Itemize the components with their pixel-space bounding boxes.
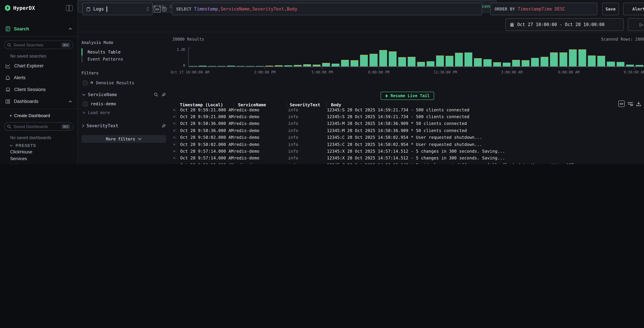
- histogram-bar[interactable]: [560, 48, 567, 66]
- histogram-bar[interactable]: [379, 48, 387, 66]
- download-button[interactable]: [636, 101, 641, 106]
- date-range-picker[interactable]: Oct 27 10:00:00 - Oct 28 10:00:00: [506, 18, 624, 31]
- save-button[interactable]: Save: [602, 3, 619, 15]
- histogram-bar[interactable]: [265, 48, 273, 66]
- facet-search-icon[interactable]: [154, 92, 158, 97]
- row-expand-icon[interactable]: >: [171, 114, 175, 119]
- histogram-bar[interactable]: [607, 48, 615, 66]
- more-filters-button[interactable]: More filters: [82, 135, 166, 143]
- histogram-bar[interactable]: [493, 48, 501, 66]
- histogram-bar[interactable]: [332, 48, 340, 66]
- denoise-checkbox[interactable]: [83, 80, 88, 85]
- histogram-bar[interactable]: [218, 48, 226, 66]
- sidebar-item-chart-explorer[interactable]: Chart Explorer: [0, 61, 78, 70]
- histogram-bar[interactable]: [237, 48, 244, 66]
- histogram-bar[interactable]: [455, 48, 463, 66]
- histogram-bar[interactable]: [275, 48, 282, 66]
- facet-group-servicename[interactable]: ServiceName: [82, 92, 166, 97]
- sidebar-item-alerts[interactable]: Alerts: [0, 73, 78, 82]
- row-expand-icon[interactable]: >: [171, 163, 175, 164]
- histogram-bar[interactable]: [569, 48, 577, 66]
- mode-results-table[interactable]: Results Table: [82, 48, 166, 56]
- pin-icon[interactable]: [162, 123, 166, 128]
- facet-group-severitytext[interactable]: SeverityText: [82, 123, 166, 128]
- histogram-bar[interactable]: [427, 48, 434, 66]
- table-row[interactable]: >Oct 28 9:56:13.000 AMredis-demoinfo1234…: [171, 161, 644, 164]
- code-view-button[interactable]: <>: [154, 6, 160, 13]
- facet-checkbox[interactable]: [83, 101, 88, 106]
- select-query-input[interactable]: SELECT Timestamp,ServiceName,SeverityTex…: [172, 3, 482, 15]
- histogram-bar[interactable]: [417, 48, 425, 66]
- row-expand-icon[interactable]: >: [171, 142, 175, 146]
- histogram-bar[interactable]: [256, 48, 264, 66]
- row-expand-icon[interactable]: >: [171, 121, 175, 126]
- histogram-bar[interactable]: [388, 48, 396, 66]
- histogram-bar[interactable]: [370, 48, 378, 66]
- histogram-bar[interactable]: [436, 48, 444, 66]
- histogram-bar[interactable]: [531, 48, 539, 66]
- alerts-button[interactable]: Alerts: [623, 3, 644, 15]
- histogram-bar[interactable]: [484, 48, 491, 66]
- histogram-bar[interactable]: [199, 48, 206, 66]
- histogram-bar[interactable]: [502, 48, 510, 66]
- denoise-results-option[interactable]: ◐ Denoise Results: [82, 80, 166, 85]
- histogram-bar[interactable]: [446, 48, 453, 66]
- table-row[interactable]: >Oct 28 9:58:36.000 AMredis-demoinfo1234…: [171, 127, 644, 134]
- row-expand-icon[interactable]: >: [171, 156, 175, 160]
- histogram-bar[interactable]: [598, 48, 605, 66]
- table-row[interactable]: >Oct 28 9:58:02.000 AMredis-demoinfo1234…: [171, 134, 644, 141]
- sidebar-item-search[interactable]: Search: [0, 24, 78, 34]
- histogram-bar[interactable]: [522, 48, 529, 66]
- presets-toggle[interactable]: PRESETS: [0, 140, 78, 147]
- saved-searches-input[interactable]: Saved Searches ⌘K: [4, 41, 73, 49]
- column-settings-button[interactable]: <>: [618, 101, 625, 107]
- histogram-bar[interactable]: [465, 48, 472, 66]
- histogram-bar[interactable]: [626, 48, 634, 66]
- order-by-input[interactable]: ORDER BY TimestampTime DESC: [490, 3, 597, 15]
- histogram-bar[interactable]: [588, 48, 596, 66]
- histogram-bar[interactable]: [360, 48, 368, 66]
- create-dashboard-button[interactable]: + Create Dashboard: [0, 110, 78, 118]
- histogram-bar[interactable]: [246, 48, 254, 66]
- histogram-bar[interactable]: [322, 48, 330, 66]
- preset-kubernetes[interactable]: Kubernetes: [0, 161, 78, 164]
- run-query-button[interactable]: ▷: [628, 18, 644, 31]
- table-row[interactable]: >Oct 28 9:59:21.000 AMredis-demoinfo1234…: [171, 106, 644, 113]
- row-expand-icon[interactable]: >: [171, 149, 175, 153]
- row-expand-icon[interactable]: >: [171, 135, 175, 140]
- table-row[interactable]: >Oct 28 9:58:02.000 AMredis-demoinfo1234…: [171, 141, 644, 148]
- histogram-bar[interactable]: [550, 48, 558, 66]
- histogram-bar[interactable]: [578, 48, 586, 66]
- table-row[interactable]: >Oct 28 9:57:14.000 AMredis-demoinfo1234…: [171, 148, 644, 155]
- source-select[interactable]: Logs: [82, 3, 153, 15]
- load-more-button[interactable]: > Load more: [82, 110, 166, 115]
- histogram-bar[interactable]: [294, 48, 302, 66]
- saved-dashboards-input[interactable]: Saved Dashboards ⌘K: [4, 122, 73, 131]
- table-row[interactable]: >Oct 28 9:59:21.000 AMredis-demoinfo1234…: [171, 113, 644, 120]
- query-settings-button[interactable]: [162, 6, 167, 12]
- mode-event-patterns[interactable]: Event Patterns: [82, 56, 166, 63]
- sidebar-item-client-sessions[interactable]: Client Sessions: [0, 85, 78, 94]
- preset-clickhouse[interactable]: ClickHouse: [0, 147, 78, 154]
- pin-icon[interactable]: [162, 92, 166, 97]
- chevron-up-icon[interactable]: [69, 100, 72, 102]
- histogram-bar[interactable]: [313, 48, 320, 66]
- preset-services[interactable]: Services: [0, 154, 78, 161]
- histogram-bar[interactable]: [351, 48, 358, 66]
- row-expand-icon[interactable]: >: [171, 107, 175, 112]
- histogram-bar[interactable]: [398, 48, 406, 66]
- chevron-up-icon[interactable]: [69, 28, 72, 30]
- histogram-bar[interactable]: [303, 48, 311, 66]
- sidebar-collapse-icon[interactable]: [66, 5, 73, 11]
- histogram-bar[interactable]: [636, 48, 643, 66]
- sidebar-item-dashboards[interactable]: Dashboards: [0, 97, 78, 106]
- row-expand-icon[interactable]: >: [171, 128, 175, 133]
- histogram-bar[interactable]: [540, 48, 548, 66]
- histogram-bar[interactable]: [512, 48, 520, 66]
- histogram-bar[interactable]: [341, 48, 349, 66]
- histogram-bar[interactable]: [189, 48, 197, 66]
- histogram-bar[interactable]: [616, 48, 624, 66]
- histogram-bar[interactable]: [227, 48, 235, 66]
- histogram-bar[interactable]: [284, 48, 292, 66]
- histogram-bar[interactable]: [474, 48, 482, 66]
